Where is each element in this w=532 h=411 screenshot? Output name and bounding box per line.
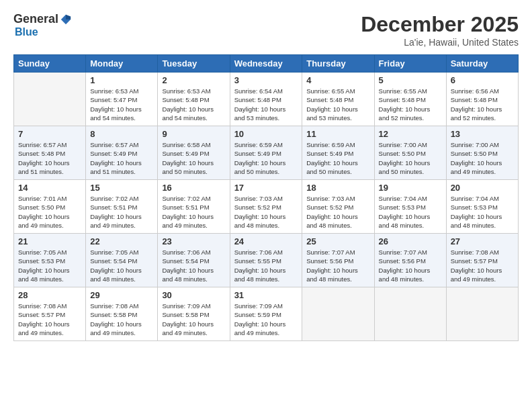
day-info: Sunrise: 7:02 AMSunset: 5:51 PMDaylight:… bbox=[90, 194, 153, 230]
calendar-cell: 17Sunrise: 7:03 AMSunset: 5:52 PMDayligh… bbox=[230, 180, 302, 234]
day-info: Sunrise: 7:09 AMSunset: 5:59 PMDaylight:… bbox=[234, 302, 298, 337]
calendar-cell: 20Sunrise: 7:04 AMSunset: 5:53 PMDayligh… bbox=[446, 180, 518, 234]
day-info: Sunrise: 7:08 AMSunset: 5:57 PMDaylight:… bbox=[18, 302, 81, 337]
day-number: 16 bbox=[162, 183, 225, 193]
day-number: 30 bbox=[162, 290, 225, 300]
day-info: Sunrise: 7:05 AMSunset: 5:54 PMDaylight:… bbox=[90, 248, 153, 283]
day-number: 28 bbox=[18, 290, 81, 300]
day-info: Sunrise: 7:07 AMSunset: 5:56 PMDaylight:… bbox=[306, 248, 369, 283]
day-number: 19 bbox=[379, 183, 442, 193]
title-area: December 2025 La'ie, Hawaii, United Stat… bbox=[361, 12, 519, 48]
calendar-cell: 3Sunrise: 6:54 AMSunset: 5:48 PMDaylight… bbox=[230, 73, 302, 126]
calendar-cell: 5Sunrise: 6:55 AMSunset: 5:48 PMDaylight… bbox=[374, 73, 446, 126]
day-info: Sunrise: 7:08 AMSunset: 5:58 PMDaylight:… bbox=[90, 302, 153, 337]
day-info: Sunrise: 7:06 AMSunset: 5:55 PMDaylight:… bbox=[234, 248, 298, 283]
day-info: Sunrise: 7:06 AMSunset: 5:54 PMDaylight:… bbox=[162, 248, 225, 283]
col-monday: Monday bbox=[86, 55, 158, 73]
day-info: Sunrise: 6:57 AMSunset: 5:48 PMDaylight:… bbox=[18, 140, 81, 176]
day-number: 22 bbox=[90, 236, 153, 246]
day-number: 2 bbox=[162, 75, 225, 85]
calendar-cell: 26Sunrise: 7:07 AMSunset: 5:56 PMDayligh… bbox=[374, 234, 446, 287]
calendar-cell: 6Sunrise: 6:56 AMSunset: 5:48 PMDaylight… bbox=[446, 73, 518, 126]
calendar-cell: 19Sunrise: 7:04 AMSunset: 5:53 PMDayligh… bbox=[374, 180, 446, 234]
day-number: 26 bbox=[379, 236, 442, 246]
calendar-week-row: 28Sunrise: 7:08 AMSunset: 5:57 PMDayligh… bbox=[14, 287, 519, 341]
calendar-cell: 16Sunrise: 7:02 AMSunset: 5:51 PMDayligh… bbox=[158, 180, 230, 234]
col-thursday: Thursday bbox=[302, 55, 374, 73]
day-number: 25 bbox=[306, 236, 369, 246]
calendar-cell: 7Sunrise: 6:57 AMSunset: 5:48 PMDaylight… bbox=[14, 126, 86, 180]
day-info: Sunrise: 6:59 AMSunset: 5:49 PMDaylight:… bbox=[234, 140, 298, 176]
calendar-cell bbox=[302, 287, 374, 341]
calendar-week-row: 1Sunrise: 6:53 AMSunset: 5:47 PMDaylight… bbox=[14, 73, 519, 126]
calendar-cell: 29Sunrise: 7:08 AMSunset: 5:58 PMDayligh… bbox=[86, 287, 158, 341]
col-wednesday: Wednesday bbox=[230, 55, 302, 73]
calendar-cell: 13Sunrise: 7:00 AMSunset: 5:50 PMDayligh… bbox=[446, 126, 518, 180]
col-tuesday: Tuesday bbox=[158, 55, 230, 73]
calendar-cell: 8Sunrise: 6:57 AMSunset: 5:49 PMDaylight… bbox=[86, 126, 158, 180]
day-number: 4 bbox=[306, 75, 369, 85]
svg-marker-1 bbox=[66, 14, 71, 19]
day-number: 24 bbox=[234, 236, 298, 246]
calendar-cell: 22Sunrise: 7:05 AMSunset: 5:54 PMDayligh… bbox=[86, 234, 158, 287]
day-number: 27 bbox=[451, 236, 514, 246]
day-number: 7 bbox=[18, 129, 81, 139]
calendar-header-row: Sunday Monday Tuesday Wednesday Thursday… bbox=[14, 55, 519, 73]
calendar-cell: 30Sunrise: 7:09 AMSunset: 5:58 PMDayligh… bbox=[158, 287, 230, 341]
day-number: 9 bbox=[162, 129, 225, 139]
day-info: Sunrise: 6:53 AMSunset: 5:48 PMDaylight:… bbox=[162, 87, 225, 122]
calendar-cell: 31Sunrise: 7:09 AMSunset: 5:59 PMDayligh… bbox=[230, 287, 302, 341]
calendar-cell: 4Sunrise: 6:55 AMSunset: 5:48 PMDaylight… bbox=[302, 73, 374, 126]
day-number: 5 bbox=[379, 75, 442, 85]
day-number: 17 bbox=[234, 183, 298, 193]
day-info: Sunrise: 7:00 AMSunset: 5:50 PMDaylight:… bbox=[379, 140, 442, 176]
day-info: Sunrise: 6:55 AMSunset: 5:48 PMDaylight:… bbox=[379, 87, 442, 122]
day-info: Sunrise: 7:03 AMSunset: 5:52 PMDaylight:… bbox=[234, 194, 298, 230]
day-number: 1 bbox=[90, 75, 153, 85]
calendar-cell: 25Sunrise: 7:07 AMSunset: 5:56 PMDayligh… bbox=[302, 234, 374, 287]
day-number: 21 bbox=[18, 236, 81, 246]
day-info: Sunrise: 7:04 AMSunset: 5:53 PMDaylight:… bbox=[451, 194, 514, 230]
day-number: 20 bbox=[451, 183, 514, 193]
day-info: Sunrise: 6:58 AMSunset: 5:49 PMDaylight:… bbox=[162, 140, 225, 176]
calendar-cell: 23Sunrise: 7:06 AMSunset: 5:54 PMDayligh… bbox=[158, 234, 230, 287]
page: General Blue December 2025 La'ie, Hawaii… bbox=[0, 0, 532, 411]
day-number: 13 bbox=[451, 129, 514, 139]
calendar-cell: 15Sunrise: 7:02 AMSunset: 5:51 PMDayligh… bbox=[86, 180, 158, 234]
day-number: 10 bbox=[234, 129, 298, 139]
logo: General Blue bbox=[13, 12, 72, 38]
calendar-cell: 1Sunrise: 6:53 AMSunset: 5:47 PMDaylight… bbox=[86, 73, 158, 126]
calendar-cell: 27Sunrise: 7:08 AMSunset: 5:57 PMDayligh… bbox=[446, 234, 518, 287]
calendar-cell: 21Sunrise: 7:05 AMSunset: 5:53 PMDayligh… bbox=[14, 234, 86, 287]
calendar-cell: 24Sunrise: 7:06 AMSunset: 5:55 PMDayligh… bbox=[230, 234, 302, 287]
calendar-week-row: 7Sunrise: 6:57 AMSunset: 5:48 PMDaylight… bbox=[14, 126, 519, 180]
day-number: 12 bbox=[379, 129, 442, 139]
calendar-cell: 10Sunrise: 6:59 AMSunset: 5:49 PMDayligh… bbox=[230, 126, 302, 180]
calendar-cell: 12Sunrise: 7:00 AMSunset: 5:50 PMDayligh… bbox=[374, 126, 446, 180]
day-info: Sunrise: 7:01 AMSunset: 5:50 PMDaylight:… bbox=[18, 194, 81, 230]
calendar-cell bbox=[14, 73, 86, 126]
col-sunday: Sunday bbox=[14, 55, 86, 73]
col-saturday: Saturday bbox=[446, 55, 518, 73]
day-info: Sunrise: 6:56 AMSunset: 5:48 PMDaylight:… bbox=[451, 87, 514, 122]
day-number: 6 bbox=[451, 75, 514, 85]
calendar-week-row: 21Sunrise: 7:05 AMSunset: 5:53 PMDayligh… bbox=[14, 234, 519, 287]
day-number: 8 bbox=[90, 129, 153, 139]
day-info: Sunrise: 7:07 AMSunset: 5:56 PMDaylight:… bbox=[379, 248, 442, 283]
day-number: 11 bbox=[306, 129, 369, 139]
calendar-cell: 2Sunrise: 6:53 AMSunset: 5:48 PMDaylight… bbox=[158, 73, 230, 126]
day-info: Sunrise: 7:05 AMSunset: 5:53 PMDaylight:… bbox=[18, 248, 81, 283]
logo-general-text: General bbox=[13, 12, 58, 26]
logo-icon bbox=[60, 13, 72, 26]
day-info: Sunrise: 7:00 AMSunset: 5:50 PMDaylight:… bbox=[451, 140, 514, 176]
calendar-cell bbox=[446, 287, 518, 341]
day-info: Sunrise: 6:55 AMSunset: 5:48 PMDaylight:… bbox=[306, 87, 369, 122]
location: La'ie, Hawaii, United States bbox=[361, 37, 519, 48]
calendar-cell: 28Sunrise: 7:08 AMSunset: 5:57 PMDayligh… bbox=[14, 287, 86, 341]
day-number: 14 bbox=[18, 183, 81, 193]
month-title: December 2025 bbox=[361, 12, 519, 37]
calendar-week-row: 14Sunrise: 7:01 AMSunset: 5:50 PMDayligh… bbox=[14, 180, 519, 234]
logo-blue-label: Blue bbox=[15, 26, 38, 38]
calendar: Sunday Monday Tuesday Wednesday Thursday… bbox=[13, 54, 519, 341]
calendar-cell: 18Sunrise: 7:03 AMSunset: 5:52 PMDayligh… bbox=[302, 180, 374, 234]
